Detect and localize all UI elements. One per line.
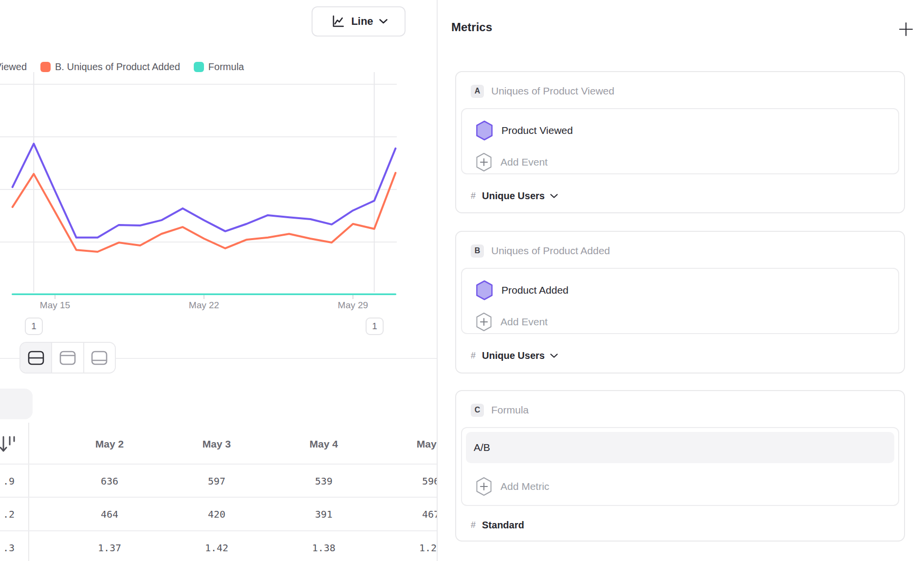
table-cell: 1.38 xyxy=(312,542,335,554)
line-chart-icon xyxy=(330,14,345,29)
table-cell: .9 xyxy=(0,475,15,487)
table-row-divider xyxy=(0,497,437,498)
event-name: Product Viewed xyxy=(501,125,573,136)
metric-card-title: Uniques of Product Added xyxy=(491,245,610,257)
table-header[interactable]: May 4 xyxy=(310,438,338,450)
line-chart-canvas xyxy=(0,68,437,324)
sort-descending-icon[interactable] xyxy=(0,434,17,454)
table-cell: 636 xyxy=(101,475,118,487)
table-column-separator xyxy=(28,423,29,561)
hash-icon: # xyxy=(471,351,476,361)
metrics-panel: Metrics A Uniques of Product Viewed Prod… xyxy=(437,0,924,561)
add-event-row[interactable]: Add Event xyxy=(476,311,548,333)
table-toolbar-pill[interactable] xyxy=(0,389,33,419)
add-metric-label: Add Metric xyxy=(500,481,549,492)
view-toggle-split[interactable] xyxy=(20,343,52,373)
table-cell: .2 xyxy=(0,508,15,520)
annotation-count: 1 xyxy=(31,321,37,332)
metric-badge: A xyxy=(471,85,484,98)
split-view-icon xyxy=(27,350,45,366)
event-name: Product Added xyxy=(501,284,569,296)
event-hexagon-icon xyxy=(476,280,493,300)
metric-card-title: Formula xyxy=(491,404,529,416)
event-selector-box: Product Viewed Add Event xyxy=(461,108,899,174)
hash-icon: # xyxy=(471,191,476,201)
event-hexagon-icon xyxy=(476,120,493,141)
annotation-badge[interactable]: 1 xyxy=(366,318,384,335)
table-cell: 597 xyxy=(208,475,225,487)
add-event-row[interactable]: Add Event xyxy=(476,151,548,173)
chart-type-button[interactable]: Line xyxy=(312,6,406,37)
view-toggle-group xyxy=(19,342,116,374)
formula-input[interactable]: A/B xyxy=(466,432,894,463)
x-axis-label: May 22 xyxy=(189,300,219,311)
add-event-label: Add Event xyxy=(500,156,548,168)
formula-value: A/B xyxy=(474,442,490,453)
table-header[interactable]: May 2 xyxy=(95,438,124,450)
table-cell: 420 xyxy=(208,508,225,520)
table-row-divider xyxy=(0,530,437,531)
formula-box: A/B Add Metric xyxy=(461,427,899,506)
chart-type-label: Line xyxy=(351,15,373,28)
event-row[interactable]: Product Viewed xyxy=(476,119,573,142)
x-axis-label: May 15 xyxy=(40,300,70,311)
table-cell: 539 xyxy=(315,475,333,487)
table-cell: 1.37 xyxy=(98,542,121,554)
add-metric-plus-icon[interactable] xyxy=(898,21,914,37)
metric-card-c: C Formula A/B Add Metric # Standard xyxy=(455,390,905,542)
annotation-badge[interactable]: 1 xyxy=(25,318,43,335)
chart-view-icon xyxy=(59,350,76,366)
chevron-down-icon xyxy=(379,19,388,24)
add-event-hexagon-plus-icon xyxy=(476,152,492,172)
table-cell: 391 xyxy=(315,508,333,520)
metric-badge: C xyxy=(471,404,484,417)
chevron-down-icon xyxy=(550,194,558,198)
formula-type-label: Standard xyxy=(482,520,524,531)
add-event-label: Add Event xyxy=(500,316,548,328)
formula-type-selector[interactable]: # Standard xyxy=(471,518,524,532)
view-toggle-table[interactable] xyxy=(84,343,115,373)
table-header[interactable]: May 3 xyxy=(203,438,231,450)
event-selector-box: Product Added Add Event xyxy=(461,268,899,334)
table-cell: .3 xyxy=(0,542,15,554)
table-cell: 1.42 xyxy=(205,542,228,554)
metric-card-a: A Uniques of Product Viewed Product View… xyxy=(455,71,905,213)
add-metric-hexagon-plus-icon xyxy=(476,477,492,496)
table-cell: 464 xyxy=(101,508,118,520)
chart-panel: Line A. Uniques of Product Viewed B. Uni… xyxy=(0,0,437,561)
table-view-icon xyxy=(91,350,108,366)
add-metric-row[interactable]: Add Metric xyxy=(476,475,549,498)
event-row[interactable]: Product Added xyxy=(476,279,569,301)
metric-card-b: B Uniques of Product Added Product Added… xyxy=(455,231,905,374)
aggregation-label: Unique Users xyxy=(482,350,545,361)
table-row-divider xyxy=(0,464,437,465)
chevron-down-icon xyxy=(550,354,558,358)
aggregation-label: Unique Users xyxy=(482,190,545,202)
annotation-count: 1 xyxy=(372,321,377,332)
aggregation-selector[interactable]: # Unique Users xyxy=(471,189,558,203)
metric-badge: B xyxy=(471,244,484,258)
metric-card-title: Uniques of Product Viewed xyxy=(491,85,614,97)
x-axis-label: May 29 xyxy=(338,300,368,311)
view-toggle-chart[interactable] xyxy=(52,343,84,373)
hash-icon: # xyxy=(471,520,476,530)
add-event-hexagon-plus-icon xyxy=(476,312,492,332)
metrics-panel-title: Metrics xyxy=(451,20,492,34)
aggregation-selector[interactable]: # Unique Users xyxy=(471,349,558,362)
